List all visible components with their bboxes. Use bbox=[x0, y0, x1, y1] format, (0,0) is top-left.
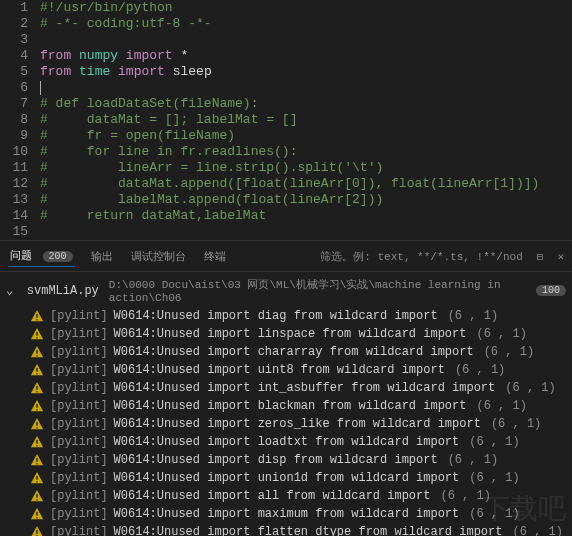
problem-location: (6 , 1) bbox=[448, 453, 498, 467]
warning-icon bbox=[30, 453, 44, 467]
line-number: 7 bbox=[0, 96, 28, 112]
line-number: 4 bbox=[0, 48, 28, 64]
problem-file-path: D:\0000 Docu\aist\03 网页\ML\机械学习\实战\machi… bbox=[109, 277, 524, 304]
tab-debug-console[interactable]: 调试控制台 bbox=[129, 246, 188, 267]
problem-source: [pylint] bbox=[50, 417, 108, 431]
code-line[interactable]: from time import sleep bbox=[40, 64, 572, 80]
problem-location: (6 , 1) bbox=[484, 345, 534, 359]
tab-terminal[interactable]: 终端 bbox=[202, 246, 228, 267]
chevron-down-icon[interactable]: ⌄ bbox=[6, 283, 15, 298]
warning-icon bbox=[30, 417, 44, 431]
warning-icon bbox=[30, 327, 44, 341]
problem-message: W0614:Unused import blackman from wildca… bbox=[114, 399, 467, 413]
problem-location: (6 , 1) bbox=[448, 309, 498, 323]
code-line[interactable]: # -*- coding:utf-8 -*- bbox=[40, 16, 572, 32]
line-number: 3 bbox=[0, 32, 28, 48]
problem-item[interactable]: [pylint] W0614:Unused import union1d fro… bbox=[0, 469, 572, 487]
line-gutter: 123456789101112131415 bbox=[0, 0, 40, 240]
panel-tabbar: 问题 200 输出 调试控制台 终端 筛选。例: text, **/*.ts, … bbox=[0, 241, 572, 272]
code-line[interactable]: # return dataMat,labelMat bbox=[40, 208, 572, 224]
warning-icon bbox=[30, 525, 44, 536]
warning-icon bbox=[30, 489, 44, 503]
problem-source: [pylint] bbox=[50, 381, 108, 395]
line-number: 13 bbox=[0, 192, 28, 208]
problem-location: (6 , 1) bbox=[469, 471, 519, 485]
code-line[interactable] bbox=[40, 224, 572, 240]
problem-message: W0614:Unused import zeros_like from wild… bbox=[114, 417, 481, 431]
code-line[interactable]: # lineArr = line.strip().split('\t') bbox=[40, 160, 572, 176]
code-line[interactable]: # def loadDataSet(fileName): bbox=[40, 96, 572, 112]
problem-message: W0614:Unused import union1d from wildcar… bbox=[114, 471, 460, 485]
problem-file-name: svmMLiA.py bbox=[27, 284, 99, 298]
problem-source: [pylint] bbox=[50, 453, 108, 467]
text-cursor bbox=[40, 81, 41, 95]
problem-source: [pylint] bbox=[50, 345, 108, 359]
filter-input[interactable]: 筛选。例: text, **/*.ts, !**/nod bbox=[320, 249, 522, 264]
problem-message: W0614:Unused import diag from wildcard i… bbox=[114, 309, 438, 323]
code-editor[interactable]: 123456789101112131415 #!/usr/bin/python#… bbox=[0, 0, 572, 240]
problem-location: (6 , 1) bbox=[491, 417, 541, 431]
line-number: 6 bbox=[0, 80, 28, 96]
problem-source: [pylint] bbox=[50, 327, 108, 341]
problem-item[interactable]: [pylint] W0614:Unused import chararray f… bbox=[0, 343, 572, 361]
code-line[interactable]: # fr = open(fileName) bbox=[40, 128, 572, 144]
problem-item[interactable]: [pylint] W0614:Unused import diag from w… bbox=[0, 307, 572, 325]
tab-output[interactable]: 输出 bbox=[89, 246, 115, 267]
problem-source: [pylint] bbox=[50, 489, 108, 503]
code-line[interactable]: from numpy import * bbox=[40, 48, 572, 64]
problem-item[interactable]: [pylint] W0614:Unused import int_asbuffe… bbox=[0, 379, 572, 397]
problem-file-row[interactable]: ⌄ svmMLiA.py D:\0000 Docu\aist\03 网页\ML\… bbox=[0, 274, 572, 307]
code-line[interactable]: #!/usr/bin/python bbox=[40, 0, 572, 16]
problem-location: (6 , 1) bbox=[476, 327, 526, 341]
problem-item[interactable]: [pylint] W0614:Unused import zeros_like … bbox=[0, 415, 572, 433]
bottom-panel: 问题 200 输出 调试控制台 终端 筛选。例: text, **/*.ts, … bbox=[0, 240, 572, 536]
problem-item[interactable]: [pylint] W0614:Unused import uint8 from … bbox=[0, 361, 572, 379]
tab-problems-label: 问题 bbox=[10, 250, 32, 262]
warning-icon bbox=[30, 399, 44, 413]
problem-message: W0614:Unused import flatten_dtype from w… bbox=[114, 525, 503, 536]
problem-item[interactable]: [pylint] W0614:Unused import blackman fr… bbox=[0, 397, 572, 415]
warning-icon bbox=[30, 435, 44, 449]
problem-location: (6 , 1) bbox=[455, 363, 505, 377]
code-line[interactable] bbox=[40, 80, 572, 96]
line-number: 2 bbox=[0, 16, 28, 32]
problem-location: (6 , 1) bbox=[512, 525, 562, 536]
problem-item[interactable]: [pylint] W0614:Unused import loadtxt fro… bbox=[0, 433, 572, 451]
warning-icon bbox=[30, 471, 44, 485]
problem-message: W0614:Unused import disp from wildcard i… bbox=[114, 453, 438, 467]
line-number: 5 bbox=[0, 64, 28, 80]
line-number: 10 bbox=[0, 144, 28, 160]
code-line[interactable]: # labelMat.append(float(lineArr[2])) bbox=[40, 192, 572, 208]
line-number: 8 bbox=[0, 112, 28, 128]
warning-icon bbox=[30, 363, 44, 377]
collapse-all-icon[interactable]: ⊟ bbox=[537, 250, 544, 263]
tab-problems[interactable]: 问题 200 bbox=[8, 245, 75, 267]
line-number: 15 bbox=[0, 224, 28, 240]
line-number: 12 bbox=[0, 176, 28, 192]
problem-item[interactable]: [pylint] W0614:Unused import disp from w… bbox=[0, 451, 572, 469]
code-line[interactable] bbox=[40, 32, 572, 48]
code-area[interactable]: #!/usr/bin/python# -*- coding:utf-8 -*-f… bbox=[40, 0, 572, 240]
warning-icon bbox=[30, 309, 44, 323]
problem-message: W0614:Unused import uint8 from wildcard … bbox=[114, 363, 445, 377]
code-line[interactable]: # dataMat = []; labelMat = [] bbox=[40, 112, 572, 128]
warning-icon bbox=[30, 381, 44, 395]
line-number: 11 bbox=[0, 160, 28, 176]
problem-item[interactable]: [pylint] W0614:Unused import all from wi… bbox=[0, 487, 572, 505]
problem-item[interactable]: [pylint] W0614:Unused import linspace fr… bbox=[0, 325, 572, 343]
problem-message: W0614:Unused import maximum from wildcar… bbox=[114, 507, 460, 521]
code-line[interactable]: # for line in fr.readlines(): bbox=[40, 144, 572, 160]
problem-source: [pylint] bbox=[50, 363, 108, 377]
close-panel-icon[interactable]: ✕ bbox=[557, 250, 564, 263]
problem-source: [pylint] bbox=[50, 507, 108, 521]
problem-message: W0614:Unused import loadtxt from wildcar… bbox=[114, 435, 460, 449]
problem-source: [pylint] bbox=[50, 309, 108, 323]
problem-source: [pylint] bbox=[50, 399, 108, 413]
code-line[interactable]: # dataMat.append([float(lineArr[0]), flo… bbox=[40, 176, 572, 192]
problem-item[interactable]: [pylint] W0614:Unused import flatten_dty… bbox=[0, 523, 572, 536]
problem-file-count: 100 bbox=[536, 285, 566, 296]
problem-item[interactable]: [pylint] W0614:Unused import maximum fro… bbox=[0, 505, 572, 523]
line-number: 14 bbox=[0, 208, 28, 224]
problem-location: (6 , 1) bbox=[476, 399, 526, 413]
problems-list[interactable]: ⌄ svmMLiA.py D:\0000 Docu\aist\03 网页\ML\… bbox=[0, 272, 572, 536]
